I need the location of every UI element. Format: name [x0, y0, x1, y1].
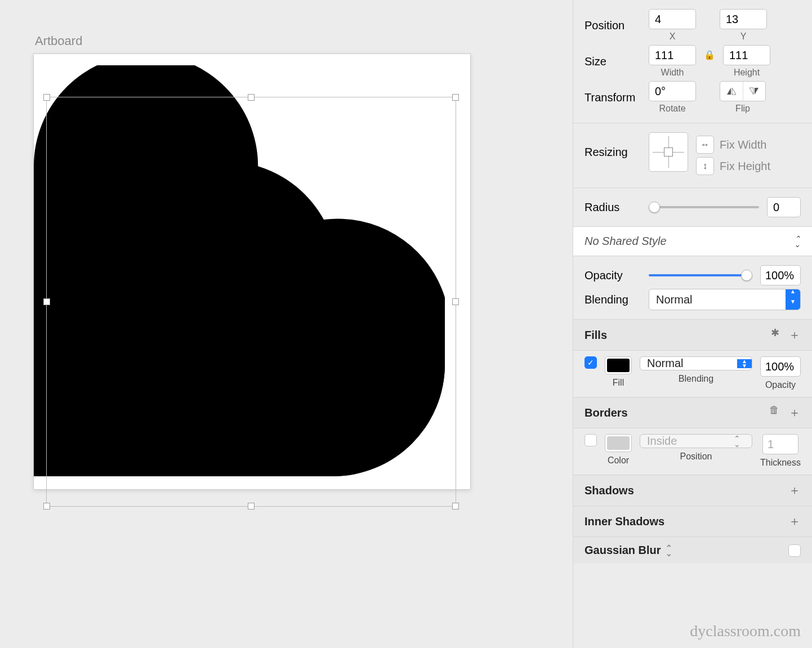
- chevron-updown-icon: ⌃⌄: [794, 236, 801, 247]
- fix-height-label: Fix Height: [720, 160, 770, 173]
- borders-header: Borders 🗑 ＋: [573, 397, 812, 428]
- position-x-field[interactable]: [649, 9, 696, 29]
- caret-icon: ▲▼: [786, 289, 800, 310]
- size-width-field[interactable]: [649, 45, 696, 65]
- handle-bot-left[interactable]: [43, 503, 50, 510]
- fill-blending-value: Normal: [640, 357, 737, 370]
- fills-add-icon[interactable]: ＋: [788, 327, 801, 343]
- rotate-field[interactable]: [649, 81, 696, 101]
- resizing-label: Resizing: [585, 146, 641, 159]
- fix-width-button[interactable]: ↔: [696, 136, 714, 154]
- radius-field[interactable]: [767, 197, 801, 217]
- shadows-add-icon[interactable]: ＋: [788, 482, 801, 499]
- chevron-updown-icon: ⌃⌄: [722, 436, 752, 447]
- handle-top-right[interactable]: [452, 94, 459, 101]
- artboard-label[interactable]: Artboard: [35, 34, 539, 48]
- border-enabled-checkbox[interactable]: [585, 434, 597, 446]
- fill-enabled-checkbox[interactable]: ✓: [585, 356, 597, 369]
- canvas-area[interactable]: Artboard: [0, 0, 573, 648]
- size-height-field[interactable]: [723, 45, 770, 65]
- handle-bot-right[interactable]: [452, 503, 459, 510]
- fill-blending-sub: Blending: [679, 374, 713, 384]
- selection-bounds[interactable]: [46, 97, 456, 507]
- blending-select[interactable]: Normal ▲▼: [649, 289, 801, 310]
- blending-value: Normal: [649, 293, 786, 306]
- borders-add-icon[interactable]: ＋: [788, 404, 801, 421]
- shadows-title: Shadows: [585, 484, 634, 497]
- rotate-sub: Rotate: [659, 104, 685, 114]
- borders-delete-icon[interactable]: 🗑: [769, 404, 779, 421]
- fills-header: Fills ✱ ＋: [573, 320, 812, 351]
- fills-settings-icon[interactable]: ✱: [771, 327, 779, 343]
- handle-bot-mid[interactable]: [248, 503, 255, 510]
- flip-vertical-button[interactable]: [743, 82, 766, 101]
- borders-title: Borders: [585, 406, 628, 419]
- handle-top-left[interactable]: [43, 94, 50, 101]
- radius-slider[interactable]: [649, 206, 759, 208]
- handle-mid-left[interactable]: [43, 298, 50, 305]
- fix-height-button[interactable]: ↕: [696, 157, 714, 175]
- position-y-field[interactable]: [720, 9, 767, 29]
- border-position-value: Inside: [640, 435, 722, 448]
- inner-shadows-header: Inner Shadows ＋: [573, 506, 812, 537]
- fills-title: Fills: [585, 329, 607, 342]
- fill-opacity-sub: Opacity: [765, 380, 796, 390]
- fill-blending-select[interactable]: Normal ▲▼: [640, 356, 752, 370]
- gaussian-blur-title: Gaussian Blur: [585, 544, 661, 557]
- radius-label: Radius: [585, 201, 641, 214]
- fill-color-swatch[interactable]: [605, 356, 632, 374]
- shared-style-value: No Shared Style: [585, 235, 667, 248]
- opacity-slider[interactable]: [649, 274, 752, 276]
- position-y-sub: Y: [740, 32, 747, 42]
- position-x-sub: X: [670, 32, 676, 42]
- gaussian-blur-checkbox[interactable]: [788, 544, 801, 557]
- lock-aspect-icon[interactable]: 🔒: [704, 50, 715, 60]
- handle-top-mid[interactable]: [248, 94, 255, 101]
- size-label: Size: [585, 55, 641, 68]
- transform-label: Transform: [585, 91, 641, 104]
- gaussian-blur-header: Gaussian Blur ⌃⌄: [573, 537, 812, 564]
- flip-sub: Flip: [735, 104, 750, 114]
- opacity-field[interactable]: [760, 265, 801, 285]
- border-thickness-sub: Thickness: [760, 458, 801, 468]
- shadows-header: Shadows ＋: [573, 475, 812, 506]
- position-label: Position: [585, 19, 641, 32]
- shared-style-dropdown[interactable]: No Shared Style ⌃⌄: [573, 227, 812, 256]
- border-position-select[interactable]: Inside ⌃⌄: [640, 434, 752, 448]
- border-color-swatch[interactable]: [605, 434, 632, 452]
- chevron-updown-icon[interactable]: ⌃⌄: [666, 545, 672, 556]
- resizing-constraints[interactable]: [649, 132, 688, 172]
- inner-shadows-title: Inner Shadows: [585, 515, 664, 528]
- caret-icon: ▲▼: [737, 359, 752, 368]
- size-height-sub: Height: [734, 68, 760, 78]
- inspector-panel: Position X Y Size Width 🔒: [573, 0, 812, 648]
- flip-horizontal-button[interactable]: [720, 82, 743, 101]
- border-color-sub: Color: [608, 455, 629, 466]
- blending-label: Blending: [585, 293, 641, 306]
- fix-width-label: Fix Width: [720, 138, 766, 151]
- border-position-sub: Position: [680, 452, 712, 462]
- artboard[interactable]: [34, 54, 470, 489]
- size-width-sub: Width: [661, 68, 684, 78]
- opacity-label: Opacity: [585, 269, 641, 282]
- border-thickness-field[interactable]: [762, 434, 798, 454]
- fill-sub: Fill: [613, 378, 624, 388]
- inner-shadows-add-icon[interactable]: ＋: [788, 513, 801, 530]
- fill-opacity-field[interactable]: [760, 356, 801, 377]
- handle-mid-right[interactable]: [452, 298, 459, 305]
